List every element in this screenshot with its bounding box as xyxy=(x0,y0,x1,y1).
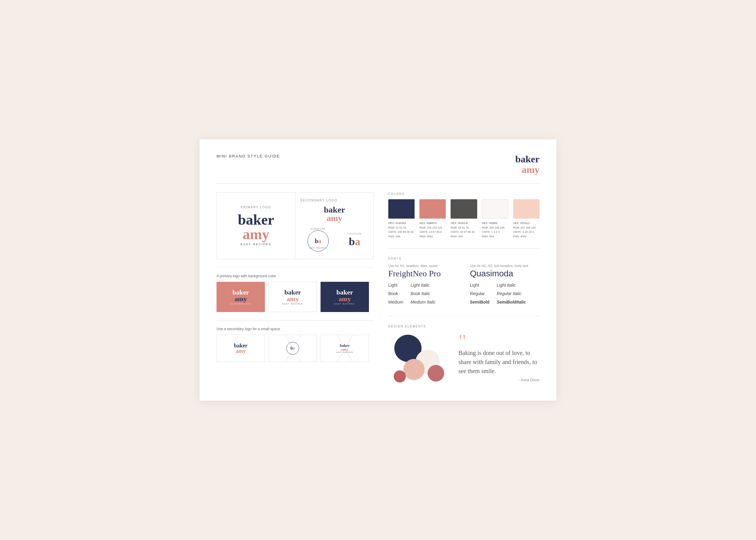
secondary-amy: amy xyxy=(300,214,369,222)
small-section-desc: Use a secondary logo for a small space xyxy=(217,327,374,331)
circle-peach xyxy=(403,359,425,380)
fonts-label: FONTS xyxy=(388,257,539,260)
small-logos-section: Use a secondary logo for a small space b… xyxy=(217,327,374,362)
fw2-light-italic: Light Italic xyxy=(497,281,526,289)
primary-logo-label: PRIMARY LOGO xyxy=(241,205,271,209)
brand-guide-card: MINI BRAND STYLE GUIDE baker amy PRIMARY… xyxy=(200,139,556,401)
swatch-info-0: HEX: #2a3353RGB: 42 51 83CMYK: 100 89 35… xyxy=(388,221,415,238)
secondary-logo-section: SECONDARY LOGO baker amy SUBMARK ba EASY… xyxy=(295,193,374,259)
font-col-quasi: Use for H2, H3, sub-headline, body text … xyxy=(470,264,539,306)
swatch-item-1: HEX: #d8857cRGB: 216 133 124CMYK: 13 57 … xyxy=(419,199,446,238)
bg-section-desc: A primary logo with background color xyxy=(217,274,374,278)
brand-guide-title: MINI BRAND STYLE GUIDE xyxy=(217,154,280,158)
sl-sub-sm: EASY RECIPES xyxy=(337,351,353,353)
fw-medium-italic: Medium Italic xyxy=(411,298,435,306)
small-logo-crossed: baker amy EASY RECIPES xyxy=(321,335,369,362)
swatch-box-1 xyxy=(419,199,446,218)
left-column: PRIMARY LOGO baker amy EASY RECIPES SECO… xyxy=(217,192,374,386)
swatch-item-3: HEX: #faf6f4RGB: 250 246 244CMYK: 1 2 2 … xyxy=(482,199,508,238)
submark-label: SUBMARK xyxy=(308,227,329,230)
small-logos-row: baker amy ba baker xyxy=(217,335,374,362)
font2-name: Quasimoda xyxy=(470,269,539,278)
sl-amy-sm: amy xyxy=(337,347,353,351)
fw-book-italic: Book Italic xyxy=(411,289,435,298)
submark-circle-label: EASY RECIPES xyxy=(310,247,326,249)
sl-amy: amy xyxy=(234,348,248,354)
swatch-item-0: HEX: #2a3353RGB: 42 51 83CMYK: 100 89 35… xyxy=(388,199,415,238)
header-logo-baker: baker xyxy=(515,154,539,165)
left-divider-2 xyxy=(217,321,374,321)
primary-logo: baker amy EASY RECIPES xyxy=(238,212,274,246)
colors-section: COLORS HEX: #2a3353RGB: 42 51 83CMYK: 10… xyxy=(388,192,539,238)
header-logo-amy: amy xyxy=(515,165,539,175)
bg-logos-section: A primary logo with background color bak… xyxy=(217,274,374,312)
de-content: " Baking is done out of love, to share w… xyxy=(388,332,539,386)
font2-weights-italic: Light Italic Regular Italic SemiBoldItal… xyxy=(497,281,526,306)
quote-attribution: - Anna Olson xyxy=(458,378,539,382)
swatch-box-0 xyxy=(388,199,415,218)
fonts-divider xyxy=(388,316,539,316)
fw-medium: Medium xyxy=(388,298,403,306)
bl-amy-white: amy xyxy=(287,296,299,302)
left-divider-1 xyxy=(217,268,374,268)
font2-weights-normal: Light Regular SemiBold xyxy=(470,281,490,306)
circle-rose xyxy=(428,365,444,382)
swatch-box-4 xyxy=(513,199,539,218)
color-swatches: HEX: #2a3353RGB: 42 51 83CMYK: 100 89 35… xyxy=(388,199,539,238)
circles-area xyxy=(388,332,449,386)
secondary-logo: baker amy xyxy=(300,205,369,222)
font1-use-label: Use for H1, headline, titles, quote xyxy=(388,264,458,268)
header-divider xyxy=(217,184,539,184)
bl-sub-dark: EASY RECIPES xyxy=(335,303,355,305)
bl-baker-white: baker xyxy=(285,289,301,296)
fw2-semibold: SemiBold xyxy=(470,298,490,306)
quote-mark-open: " xyxy=(458,336,539,347)
secondary-logo-label: SECONDARY LOGO xyxy=(300,199,369,202)
submark-area: SUBMARK ba EASY RECIPES xyxy=(308,227,329,253)
small-logo-secondary: baker amy xyxy=(217,335,265,362)
swatch-box-3 xyxy=(482,199,508,218)
small-logo-submark: ba xyxy=(268,335,317,362)
font2-use-label: Use for H2, H3, sub-headline, body text xyxy=(470,264,539,268)
favicon-text: ba xyxy=(348,235,362,248)
right-column: COLORS HEX: #2a3353RGB: 42 51 83CMYK: 10… xyxy=(388,192,539,386)
logos-box: PRIMARY LOGO baker amy EASY RECIPES SECO… xyxy=(217,192,374,259)
swatch-info-1: HEX: #d8857cRGB: 216 133 124CMYK: 13 57 … xyxy=(419,221,446,238)
bl-sub-pink: EASY RECIPES xyxy=(230,303,251,305)
bg-logo-white: baker amy EASY RECIPES xyxy=(268,282,317,312)
quote-area: " Baking is done out of love, to share w… xyxy=(458,336,539,382)
swatch-info-4: HEX: #f7d1c2RGB: 247 209 194CMYK: 2 20 1… xyxy=(513,221,539,238)
font2-weights: Light Regular SemiBold Light Italic Regu… xyxy=(470,281,539,306)
bl-sub-white: EASY RECIPES xyxy=(282,303,303,305)
quote-text: Baking is done out of love, to share wit… xyxy=(458,348,539,375)
swatch-box-2 xyxy=(451,199,477,218)
bl-baker-dark: baker xyxy=(337,289,353,296)
swatch-item-2: HEX: #53514fRGB: 83 81 79CMYK: 43 57 58 … xyxy=(451,199,477,238)
secondary-baker: baker xyxy=(300,205,369,214)
fw2-semibold-italic: SemiBoldItalic xyxy=(497,298,526,306)
primary-subtitle: EASY RECIPES xyxy=(238,243,274,246)
swatch-info-2: HEX: #53514fRGB: 83 81 79CMYK: 43 57 58 … xyxy=(451,221,477,238)
font1-weights: Light Book Medium Light Italic Book Ital… xyxy=(388,281,458,306)
circle-red xyxy=(394,370,406,382)
fw-book: Book xyxy=(388,289,403,298)
bg-logo-dark: baker amy EASY RECIPES xyxy=(321,282,369,312)
bl-baker-pink: baker xyxy=(232,289,249,296)
primary-baker: baker xyxy=(238,212,274,227)
fonts-section: FONTS Use for H1, headline, titles, quot… xyxy=(388,257,539,306)
swatch-info-3: HEX: #faf6f4RGB: 250 246 244CMYK: 1 2 2 … xyxy=(482,221,508,238)
favicon-area: FAVICON ba xyxy=(348,232,362,248)
design-elements-section: DESIGN ELEMENTS " Baking is done out of … xyxy=(388,325,539,386)
font1-name: FreightNeo Pro xyxy=(388,269,458,278)
fw2-regular: Regular xyxy=(470,289,490,298)
fw2-light: Light xyxy=(470,281,490,289)
favicon-label: FAVICON xyxy=(348,232,362,235)
main-content: PRIMARY LOGO baker amy EASY RECIPES SECO… xyxy=(217,192,539,386)
primary-logo-section: PRIMARY LOGO baker amy EASY RECIPES xyxy=(217,193,295,259)
fonts-row: Use for H1, headline, titles, quote Frei… xyxy=(388,264,539,306)
main-title: MINI BRAND STYLE GUIDE xyxy=(217,154,280,158)
font1-weights-italic: Light Italic Book Italic Medium Italic xyxy=(411,281,435,306)
bg-logo-pink: baker amy EASY RECIPES xyxy=(217,282,265,312)
fw-light: Light xyxy=(388,281,403,289)
header-logo: baker amy xyxy=(515,154,539,175)
